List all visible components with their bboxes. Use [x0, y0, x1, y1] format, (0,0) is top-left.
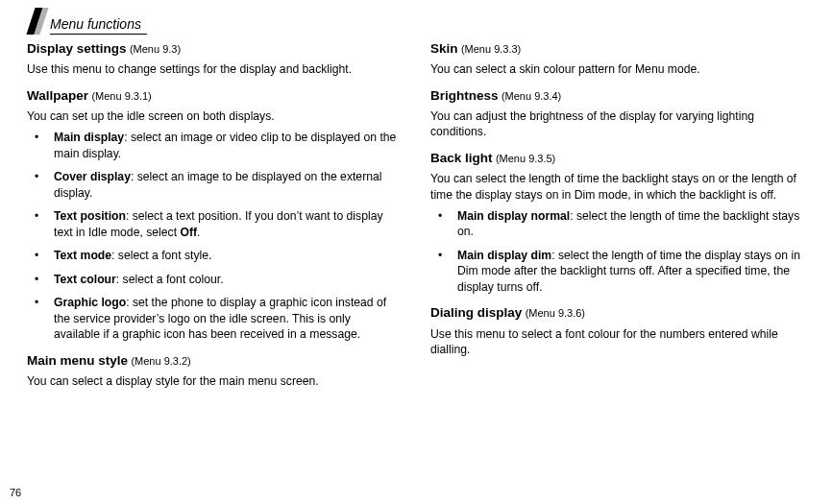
list-item: Text colour: select a font colour.	[27, 272, 400, 287]
section-intro: You can select the length of time the ba…	[430, 171, 803, 203]
item-label: Main display	[54, 131, 124, 144]
section-intro: You can select a display style for the m…	[27, 373, 400, 389]
section-title: Skin	[430, 41, 458, 56]
section-brightness: Brightness (Menu 9.3.4) You can adjust t…	[430, 87, 803, 140]
left-column: Display settings (Menu 9.3) Use this men…	[27, 40, 400, 398]
item-text-b: .	[197, 226, 200, 239]
list-item: Text mode: select a font style.	[27, 248, 400, 263]
item-label: Cover display	[54, 170, 131, 183]
item-label: Text position	[54, 209, 126, 223]
section-skin: Skin (Menu 9.3.3) You can select a skin …	[430, 40, 803, 78]
section-display-settings: Display settings (Menu 9.3) Use this men…	[27, 40, 400, 78]
page-number: 76	[10, 487, 21, 498]
section-title: Display settings	[27, 41, 127, 56]
section-backlight: Back light (Menu 9.3.5) You can select t…	[430, 150, 803, 296]
section-intro: You can adjust the brightness of the dis…	[430, 108, 803, 140]
header-accent-icon	[26, 8, 48, 35]
list-item: Cover display: select an image to be dis…	[27, 169, 400, 201]
item-text: : select a font style.	[111, 249, 211, 262]
page-header: Menu functions	[31, 0, 805, 35]
content-columns: Display settings (Menu 9.3) Use this men…	[27, 40, 805, 398]
section-dialing-display: Dialing display (Menu 9.3.6) Use this me…	[430, 304, 803, 357]
section-title: Wallpaper	[27, 88, 88, 103]
section-intro: You can select a skin colour pattern for…	[430, 61, 803, 77]
section-intro: You can set up the idle screen on both d…	[27, 108, 400, 124]
section-title: Dialing display	[430, 305, 522, 320]
section-main-menu-style: Main menu style (Menu 9.3.2) You can sel…	[27, 352, 400, 390]
item-label: Graphic logo	[54, 296, 126, 309]
right-column: Skin (Menu 9.3.3) You can select a skin …	[430, 40, 803, 398]
menu-ref: (Menu 9.3.1)	[91, 90, 151, 102]
section-wallpaper: Wallpaper (Menu 9.3.1) You can set up th…	[27, 87, 400, 343]
off-word: Off	[180, 226, 197, 239]
menu-ref: (Menu 9.3.2)	[131, 355, 190, 367]
wallpaper-list: Main display: select an image or video c…	[27, 130, 400, 342]
menu-ref: (Menu 9.3)	[130, 43, 181, 55]
backlight-list: Main display normal: select the length o…	[430, 208, 803, 295]
list-item: Main display dim: select the length of t…	[430, 248, 803, 295]
section-title: Main menu style	[27, 353, 128, 368]
section-title: Brightness	[430, 88, 499, 103]
menu-ref: (Menu 9.3.3)	[461, 43, 521, 55]
item-text: : select a font colour.	[116, 273, 224, 286]
section-intro: Use this menu to select a font colour fo…	[430, 326, 803, 358]
item-label: Text mode	[54, 249, 111, 262]
list-item: Text position: select a text position. I…	[27, 208, 400, 240]
header-title: Menu functions	[50, 16, 147, 35]
manual-page: Menu functions Display settings (Menu 9.…	[0, 0, 832, 504]
list-item: Main display normal: select the length o…	[430, 208, 803, 240]
menu-ref: (Menu 9.3.4)	[502, 90, 561, 102]
list-item: Main display: select an image or video c…	[27, 130, 400, 161]
section-title: Back light	[430, 151, 493, 165]
section-intro: Use this menu to change settings for the…	[27, 61, 400, 77]
item-label: Text colour	[54, 273, 116, 286]
list-item: Graphic logo: set the phone to display a…	[27, 295, 400, 342]
menu-ref: (Menu 9.3.5)	[496, 153, 555, 164]
menu-ref: (Menu 9.3.6)	[526, 307, 585, 319]
item-label: Main display dim	[457, 249, 551, 262]
item-label: Main display normal	[457, 209, 570, 223]
